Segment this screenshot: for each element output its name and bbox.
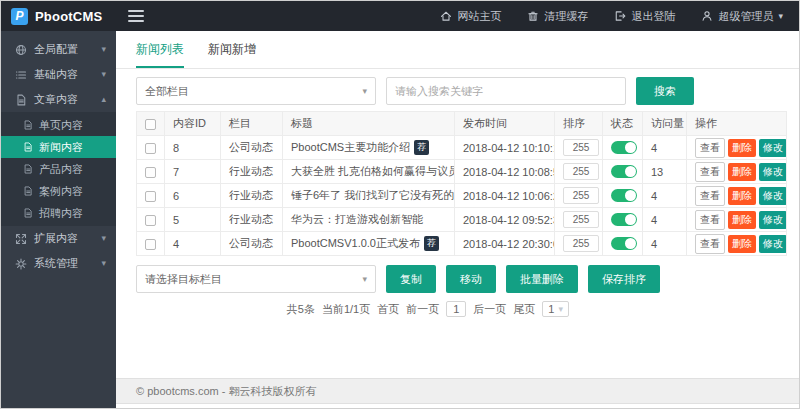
- topbar-link-label: 退出登陆: [631, 9, 675, 24]
- move-button[interactable]: 移动: [446, 265, 496, 293]
- gear-icon: [15, 258, 27, 270]
- document-icon: [23, 186, 33, 196]
- cell-id: 5: [165, 208, 221, 232]
- sort-input[interactable]: [563, 187, 599, 204]
- edit-button[interactable]: 修改: [759, 187, 787, 205]
- copy-button[interactable]: 复制: [386, 265, 436, 293]
- status-toggle[interactable]: [611, 213, 637, 226]
- edit-button[interactable]: 修改: [759, 235, 787, 253]
- cell-visits: 4: [643, 136, 687, 160]
- cell-id: 6: [165, 184, 221, 208]
- pagination-next[interactable]: 后一页: [473, 302, 506, 317]
- filter-bar: 全部栏目 ▾ 搜索: [136, 77, 779, 105]
- target-category-select[interactable]: 请选择目标栏目 ▾: [136, 265, 376, 293]
- delete-button[interactable]: 删除: [728, 163, 756, 181]
- cell-id: 7: [165, 160, 221, 184]
- topbar-link-label: 清理缓存: [544, 9, 588, 24]
- pagination-page-info: 当前1/1页: [322, 302, 370, 317]
- cell-title: PbootCMSV1.0.0正式发布荐: [283, 232, 455, 256]
- view-button[interactable]: 查看: [695, 186, 725, 206]
- hamburger-icon[interactable]: [128, 7, 144, 25]
- row-checkbox[interactable]: [145, 239, 156, 250]
- topbar-user-menu[interactable]: 超级管理员 ▾: [701, 9, 783, 24]
- view-button[interactable]: 查看: [695, 138, 725, 158]
- pagination-page-select-value: 1: [548, 303, 554, 315]
- sidebar-item-system-manage[interactable]: 系统管理 ▾: [1, 251, 116, 276]
- sidebar-subitem-product[interactable]: 产品内容: [1, 158, 116, 180]
- select-all-checkbox[interactable]: [145, 119, 156, 130]
- sidebar-subitem-label: 新闻内容: [39, 140, 83, 155]
- table-row: 5 行业动态 华为云：打造游戏创新智能 2018-04-12 09:52:36 …: [137, 208, 787, 232]
- globe-icon: [15, 44, 27, 56]
- row-checkbox[interactable]: [145, 191, 156, 202]
- sidebar-subitem-single-page[interactable]: 单页内容: [1, 114, 116, 136]
- sidebar-item-global-config[interactable]: 全局配置 ▾: [1, 37, 116, 62]
- status-toggle[interactable]: [611, 237, 637, 250]
- pagination-current-page[interactable]: 1: [446, 301, 466, 317]
- sidebar-item-extension-content[interactable]: 扩展内容 ▾: [1, 226, 116, 251]
- cell-visits: 4: [643, 208, 687, 232]
- sort-input[interactable]: [563, 163, 599, 180]
- sidebar-subitem-label: 案例内容: [39, 184, 83, 199]
- delete-button[interactable]: 删除: [728, 235, 756, 253]
- delete-button[interactable]: 删除: [728, 211, 756, 229]
- sidebar-submenu: 单页内容 新闻内容 产品内容 案例内容 招聘内容: [1, 112, 116, 226]
- caret-down-icon: ▾: [362, 275, 367, 284]
- search-button[interactable]: 搜索: [636, 77, 694, 105]
- cell-date: 2018-04-12 20:30:00: [455, 232, 555, 256]
- edit-button[interactable]: 修改: [759, 163, 787, 181]
- tab-news-add[interactable]: 新闻新增: [208, 41, 256, 68]
- topbar-link-logout[interactable]: 退出登陆: [614, 9, 675, 24]
- recommended-badge: 荐: [424, 236, 439, 251]
- batch-delete-button[interactable]: 批量删除: [506, 265, 578, 293]
- trash-icon: [527, 10, 539, 22]
- row-checkbox[interactable]: [145, 167, 156, 178]
- cell-category: 行业动态: [221, 184, 283, 208]
- pagination-last[interactable]: 尾页: [513, 302, 535, 317]
- tab-news-list[interactable]: 新闻列表: [136, 41, 184, 68]
- cell-date: 2018-04-12 09:52:36: [455, 208, 555, 232]
- status-toggle[interactable]: [611, 141, 637, 154]
- edit-button[interactable]: 修改: [759, 139, 787, 157]
- caret-down-icon: ▾: [101, 259, 106, 268]
- sidebar-subitem-news[interactable]: 新闻内容: [1, 136, 116, 158]
- sidebar-subitem-label: 产品内容: [39, 162, 83, 177]
- caret-down-icon: ▾: [362, 87, 367, 96]
- status-toggle[interactable]: [611, 165, 637, 178]
- pagination-prev[interactable]: 前一页: [406, 302, 439, 317]
- category-select[interactable]: 全部栏目 ▾: [136, 77, 376, 105]
- sidebar-subitem-label: 单页内容: [39, 118, 83, 133]
- row-checkbox[interactable]: [145, 215, 156, 226]
- status-toggle[interactable]: [611, 189, 637, 202]
- view-button[interactable]: 查看: [695, 210, 725, 230]
- logo-icon: P: [11, 8, 28, 25]
- cell-id: 4: [165, 232, 221, 256]
- topbar-link-clear-cache[interactable]: 清理缓存: [527, 9, 588, 24]
- pagination-first[interactable]: 首页: [377, 302, 399, 317]
- view-button[interactable]: 查看: [695, 162, 725, 182]
- edit-button[interactable]: 修改: [759, 211, 787, 229]
- topbar-link-label: 网站主页: [457, 9, 501, 24]
- bulk-action-bar: 请选择目标栏目 ▾ 复制 移动 批量删除 保存排序: [136, 265, 779, 293]
- title-text: PbootCMSV1.0.0正式发布: [291, 237, 420, 249]
- sidebar-item-article-content[interactable]: 文章内容 ▴: [1, 87, 116, 112]
- col-header-status: 状态: [603, 112, 643, 136]
- logo[interactable]: P PbootCMS: [1, 8, 116, 25]
- pagination-page-select[interactable]: 1 ▾: [542, 301, 569, 317]
- delete-button[interactable]: 删除: [728, 139, 756, 157]
- sidebar-item-basic-content[interactable]: 基础内容 ▾: [1, 62, 116, 87]
- topbar-link-home[interactable]: 网站主页: [440, 9, 501, 24]
- row-checkbox[interactable]: [145, 143, 156, 154]
- sidebar-subitem-label: 招聘内容: [39, 206, 83, 221]
- sidebar-subitem-case[interactable]: 案例内容: [1, 180, 116, 202]
- sort-input[interactable]: [563, 139, 599, 156]
- cell-category: 公司动态: [221, 136, 283, 160]
- save-sort-button[interactable]: 保存排序: [588, 265, 660, 293]
- view-button[interactable]: 查看: [695, 234, 725, 254]
- delete-button[interactable]: 删除: [728, 187, 756, 205]
- sidebar-subitem-recruit[interactable]: 招聘内容: [1, 202, 116, 224]
- user-icon: [701, 10, 713, 22]
- sort-input[interactable]: [563, 235, 599, 252]
- sort-input[interactable]: [563, 211, 599, 228]
- search-input[interactable]: [386, 77, 626, 105]
